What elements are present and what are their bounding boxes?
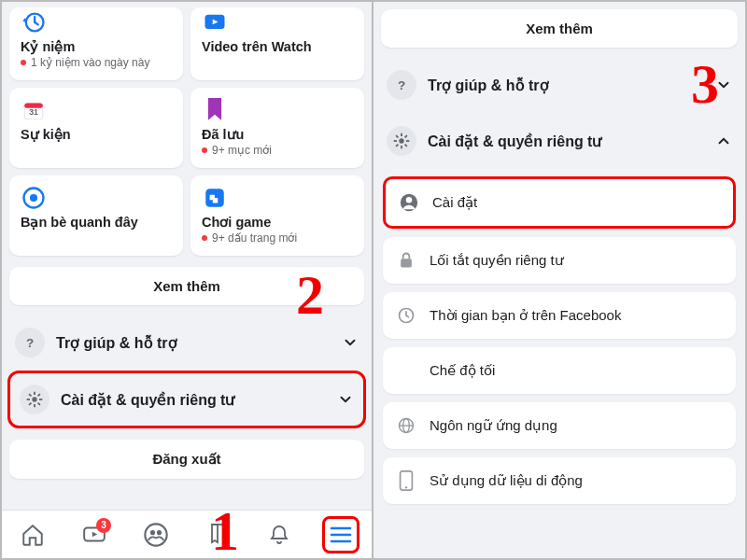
opt-label: Lối tắt quyền riêng tư: [430, 252, 564, 269]
watch-badge: 3: [96, 518, 111, 533]
svg-point-44: [405, 486, 407, 488]
settings-privacy-row[interactable]: Cài đặt & quyền riêng tư: [374, 113, 745, 169]
tab-menu[interactable]: [322, 516, 359, 553]
svg-line-35: [405, 135, 407, 137]
settings-submenu: Cài đặt Lối tắt quyền riêng tư Thời gian…: [374, 169, 745, 504]
svg-rect-38: [401, 259, 412, 267]
profile-icon: [399, 192, 419, 213]
card-events[interactable]: 31 Sự kiện: [9, 88, 183, 168]
card-title: Chơi game: [202, 215, 353, 230]
opt-privacy-shortcuts[interactable]: Lối tắt quyền riêng tư: [383, 237, 736, 284]
opt-label: Sử dụng dữ liệu di động: [430, 472, 583, 489]
opt-label: Ngôn ngữ ứng dụng: [430, 417, 557, 434]
phone-icon: [396, 470, 416, 491]
chevron-up-icon: [715, 133, 732, 149]
question-icon: ?: [387, 70, 416, 100]
card-title: Video trên Watch: [202, 39, 353, 54]
svg-line-15: [38, 403, 40, 405]
tab-watch[interactable]: 3: [76, 516, 113, 553]
opt-time-on-fb[interactable]: Thời gian bạn ở trên Facebook: [383, 292, 736, 339]
card-watch[interactable]: Video trên Watch: [190, 7, 364, 80]
card-title: Bạn bè quanh đây: [21, 215, 172, 230]
moon-icon: [396, 360, 416, 381]
gaming-icon: [202, 185, 228, 211]
svg-point-9: [32, 397, 36, 401]
lock-icon: [396, 250, 416, 271]
tab-pages[interactable]: [199, 516, 236, 553]
opt-mobile-data[interactable]: Sử dụng dữ liệu di động: [383, 457, 736, 504]
svg-point-27: [399, 138, 403, 143]
right-screen: Xem thêm ? Trợ giúp & hỗ trợ Cài đặt & q…: [374, 2, 745, 558]
svg-point-21: [157, 530, 162, 535]
card-sub: 9+ mục mới: [202, 144, 353, 157]
globe-icon: [396, 415, 416, 436]
location-icon: [21, 185, 47, 211]
chevron-down-icon: [342, 334, 359, 351]
card-title: Đã lưu: [202, 127, 353, 142]
opt-settings[interactable]: Cài đặt: [383, 176, 736, 229]
help-support-row[interactable]: ? Trợ giúp & hỗ trợ: [374, 57, 745, 113]
svg-text:?: ?: [398, 78, 405, 92]
clock-back-icon: [21, 9, 47, 35]
chevron-down-icon: [337, 391, 354, 408]
opt-label: Cài đặt: [432, 194, 477, 211]
svg-line-17: [38, 394, 40, 396]
gear-icon: [20, 385, 49, 414]
card-title: Kỷ niệm: [21, 39, 172, 54]
opt-label: Chế độ tối: [430, 362, 495, 379]
question-icon: ?: [15, 328, 45, 357]
logout-button[interactable]: Đăng xuất: [9, 440, 364, 479]
card-title: Sự kiện: [21, 127, 172, 142]
see-more-button[interactable]: Xem thêm: [381, 9, 738, 48]
chevron-down-icon: [715, 77, 732, 93]
svg-text:?: ?: [26, 336, 34, 350]
svg-point-20: [150, 530, 155, 535]
card-nearby-friends[interactable]: Bạn bè quanh đây: [9, 175, 183, 256]
see-more-button[interactable]: Xem thêm: [9, 267, 364, 305]
svg-text:31: 31: [29, 107, 38, 117]
card-games[interactable]: Chơi game 9+ dấu trang mới: [190, 175, 364, 256]
bottom-tab-bar: 3: [2, 510, 372, 558]
svg-point-6: [30, 194, 37, 202]
tab-home[interactable]: [14, 516, 51, 553]
tab-groups[interactable]: [137, 516, 175, 553]
svg-line-34: [396, 145, 398, 147]
svg-point-19: [145, 524, 166, 545]
clock-icon: [396, 305, 416, 326]
card-saved[interactable]: Đã lưu 9+ mục mới: [190, 88, 364, 168]
row-label: Cài đặt & quyền riêng tư: [428, 133, 601, 150]
card-memories[interactable]: Kỷ niệm 1 kỷ niệm vào ngày này: [9, 7, 183, 80]
gear-icon: [387, 126, 416, 156]
svg-line-14: [29, 394, 31, 396]
card-sub: 9+ dấu trang mới: [202, 231, 353, 245]
row-label: Trợ giúp & hỗ trợ: [428, 77, 549, 94]
bookmark-icon: [202, 97, 228, 123]
calendar-icon: 31: [21, 97, 47, 123]
svg-line-32: [396, 135, 398, 137]
row-label: Cài đặt & quyền riêng tư: [61, 391, 234, 409]
opt-label: Thời gian bạn ở trên Facebook: [430, 307, 621, 324]
card-sub: 1 kỷ niệm vào ngày này: [21, 56, 172, 69]
tab-notifications[interactable]: [261, 516, 298, 553]
opt-dark-mode[interactable]: Chế độ tối: [383, 347, 736, 394]
left-screen: Kỷ niệm 1 kỷ niệm vào ngày này Video trê…: [2, 2, 374, 558]
svg-line-33: [405, 145, 407, 147]
help-support-row[interactable]: ? Trợ giúp & hỗ trợ: [2, 315, 372, 371]
svg-line-16: [29, 403, 31, 405]
watch-icon: [202, 9, 228, 35]
opt-app-language[interactable]: Ngôn ngữ ứng dụng: [383, 402, 736, 449]
row-label: Trợ giúp & hỗ trợ: [56, 334, 177, 352]
settings-privacy-row[interactable]: Cài đặt & quyền riêng tư: [7, 371, 366, 428]
svg-point-37: [406, 197, 412, 203]
